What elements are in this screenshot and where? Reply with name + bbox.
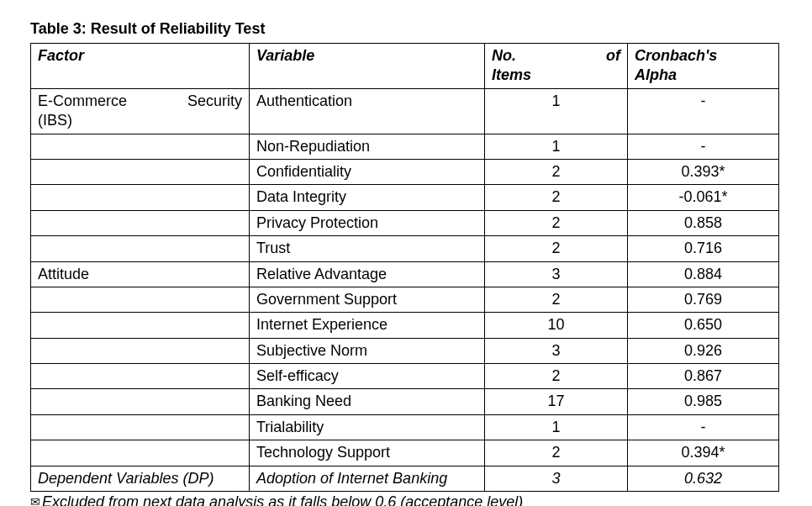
cell-factor <box>31 440 250 466</box>
table-row: Technology Support 2 0.394* <box>31 440 779 466</box>
reliability-table: Factor Variable No. of Items Cronbach's … <box>30 43 779 492</box>
header-items-part-a: No. <box>492 46 516 66</box>
cell-alpha: 0.716 <box>628 236 779 261</box>
cell-alpha: - <box>628 414 779 440</box>
cell-items: 3 <box>485 261 628 287</box>
header-items-part-b: of <box>606 46 620 66</box>
envelope-icon: ✉ <box>30 495 40 506</box>
cell-items: 17 <box>485 389 628 414</box>
cell-items: 2 <box>485 287 628 312</box>
table-row: Data Integrity 2 -0.061* <box>31 185 779 210</box>
cell-factor-part-c: (IBS) <box>38 111 242 130</box>
cell-factor <box>31 338 250 363</box>
cell-items: 2 <box>485 159 628 184</box>
cell-items: 1 <box>485 88 628 134</box>
header-items: No. of Items <box>485 44 628 89</box>
header-items-part-c: Items <box>492 66 620 85</box>
cell-items: 3 <box>485 338 628 363</box>
table-row: Privacy Protection 2 0.858 <box>31 210 779 235</box>
table-row: Government Support 2 0.769 <box>31 287 779 312</box>
cell-factor <box>31 210 250 235</box>
cell-factor <box>31 287 250 312</box>
cell-factor <box>31 185 250 210</box>
cell-variable: Subjective Norm <box>250 338 485 363</box>
cell-variable: Trust <box>250 236 485 261</box>
cell-items: 1 <box>485 414 628 440</box>
cell-alpha: -0.061* <box>628 185 779 210</box>
table-row: Banking Need 17 0.985 <box>31 389 779 414</box>
cell-alpha: 0.650 <box>628 313 779 338</box>
cell-factor-part-a: E-Commerce <box>38 92 127 111</box>
cell-factor <box>31 364 250 389</box>
cell-items: 3 <box>485 466 628 491</box>
cell-variable: Privacy Protection <box>250 210 485 235</box>
cell-alpha: 0.985 <box>628 389 779 414</box>
cell-variable: Technology Support <box>250 440 485 466</box>
cell-variable: Non-Repudiation <box>250 134 485 159</box>
cell-items: 2 <box>485 236 628 261</box>
cell-items: 2 <box>485 364 628 389</box>
cell-alpha: 0.926 <box>628 338 779 363</box>
table-row: Subjective Norm 3 0.926 <box>31 338 779 363</box>
cell-variable: Government Support <box>250 287 485 312</box>
header-factor: Factor <box>31 44 250 89</box>
cell-variable: Self-efficacy <box>250 364 485 389</box>
cell-alpha: 0.393* <box>628 159 779 184</box>
header-alpha-part-a: Cronbach's <box>635 46 772 66</box>
cell-alpha: 0.858 <box>628 210 779 235</box>
table-row: Confidentiality 2 0.393* <box>31 159 779 184</box>
cell-variable: Authentication <box>250 88 485 134</box>
cell-alpha: 0.394* <box>628 440 779 466</box>
cell-items: 2 <box>485 440 628 466</box>
table-title: Table 3: Result of Reliability Test <box>30 20 782 38</box>
table-row: Attitude Relative Advantage 3 0.884 <box>31 261 779 287</box>
cell-variable: Relative Advantage <box>250 261 485 287</box>
cell-alpha: - <box>628 88 779 134</box>
cell-variable: Internet Experience <box>250 313 485 338</box>
table-header-row: Factor Variable No. of Items Cronbach's … <box>31 44 779 89</box>
cell-alpha: 0.867 <box>628 364 779 389</box>
cell-factor <box>31 389 250 414</box>
table-row: Dependent Variables (DP) Adoption of Int… <box>31 466 779 491</box>
cell-items: 1 <box>485 134 628 159</box>
cell-alpha: - <box>628 134 779 159</box>
cell-factor <box>31 159 250 184</box>
cell-factor <box>31 414 250 440</box>
table-row: E-Commerce Security (IBS) Authentication… <box>31 88 779 134</box>
cell-factor: Attitude <box>31 261 250 287</box>
cell-alpha: 0.769 <box>628 287 779 312</box>
table-row: Trust 2 0.716 <box>31 236 779 261</box>
cell-factor: Dependent Variables (DP) <box>31 466 250 491</box>
cell-factor <box>31 313 250 338</box>
header-alpha: Cronbach's Alpha <box>628 44 779 89</box>
header-variable: Variable <box>250 44 485 89</box>
header-alpha-part-b: Alpha <box>635 66 772 85</box>
cell-factor-part-b: Security <box>187 92 242 111</box>
cell-alpha: 0.884 <box>628 261 779 287</box>
cell-variable: Data Integrity <box>250 185 485 210</box>
cell-factor <box>31 236 250 261</box>
cell-factor: E-Commerce Security (IBS) <box>31 88 250 134</box>
cell-variable: Banking Need <box>250 389 485 414</box>
table-row: Self-efficacy 2 0.867 <box>31 364 779 389</box>
cell-factor <box>31 134 250 159</box>
footnote: ✉Excluded from next data analysis as it … <box>30 493 782 506</box>
table-row: Trialability 1 - <box>31 414 779 440</box>
cell-items: 10 <box>485 313 628 338</box>
table-row: Non-Repudiation 1 - <box>31 134 779 159</box>
cell-items: 2 <box>485 210 628 235</box>
table-row: Internet Experience 10 0.650 <box>31 313 779 338</box>
cell-variable: Confidentiality <box>250 159 485 184</box>
cell-variable: Trialability <box>250 414 485 440</box>
footnote-text: Excluded from next data analysis as it f… <box>42 493 523 506</box>
cell-alpha: 0.632 <box>628 466 779 491</box>
cell-items: 2 <box>485 185 628 210</box>
cell-variable: Adoption of Internet Banking <box>250 466 485 491</box>
